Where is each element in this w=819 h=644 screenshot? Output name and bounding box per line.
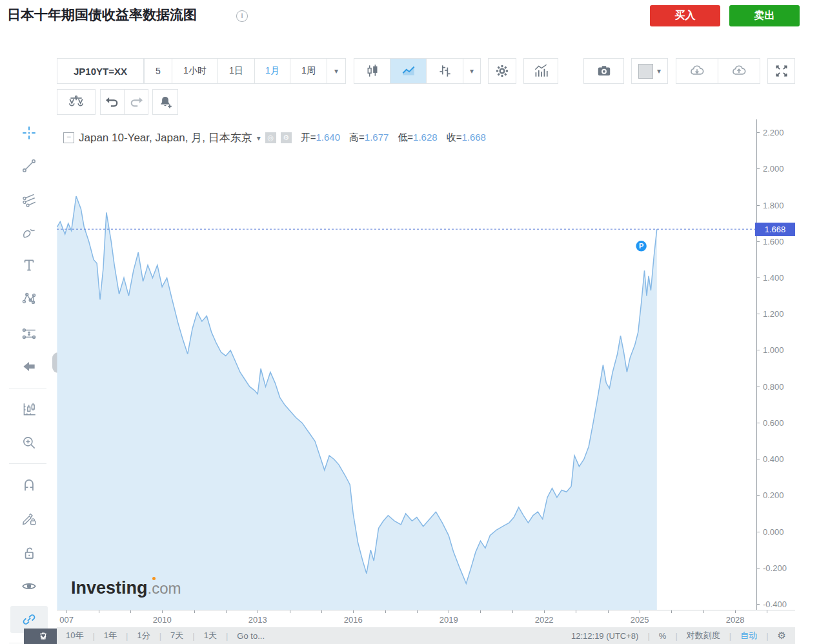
bottom-bar: 10年|1年|1分|7天|1天|Go to...12:12:19 (UTC+8)… [57, 627, 795, 644]
range-button-1年[interactable]: 1年 [95, 630, 126, 641]
current-price-badge: 1.668 [755, 223, 795, 236]
interval-button-1周[interactable]: 1周 [290, 58, 327, 84]
candlestick-chart-button[interactable] [354, 58, 390, 84]
time-label: 2022 [535, 615, 554, 625]
chart-plot-area[interactable]: P [57, 119, 756, 610]
save-template-button[interactable] [718, 58, 760, 84]
price-tick: 2.000 [757, 165, 784, 174]
back-arrow-icon [21, 358, 37, 375]
chart-legend: − Japan 10-Year, Japan, 月, 日本东京 ▾ ◎ ⚙ 开=… [63, 130, 486, 145]
legend-caret-icon[interactable]: ▾ [257, 134, 261, 143]
add-alert-button[interactable] [152, 89, 178, 115]
load-template-button[interactable] [676, 58, 718, 84]
tool-fib-lines-button[interactable] [10, 186, 48, 214]
tool-measure-button[interactable] [10, 396, 48, 423]
interval-button-5[interactable]: 5 [144, 58, 172, 84]
time-axis[interactable]: 0072010201320162019202220252028 [57, 610, 795, 628]
sell-button[interactable]: 卖出 [729, 5, 800, 26]
time-label: 2019 [440, 615, 458, 625]
chart-type-group: ▾ [354, 58, 481, 84]
indicators-button[interactable] [523, 58, 558, 84]
tool-xabcd-pattern-button[interactable] [10, 285, 48, 312]
time-tick [449, 610, 449, 613]
tool-brush-button[interactable] [10, 219, 48, 247]
tool-text-button[interactable] [10, 252, 48, 279]
time-tick [417, 610, 418, 613]
series-visibility-icon[interactable]: ◎ [265, 132, 276, 143]
fib-lines-icon [21, 192, 37, 208]
scale-option-对数刻度[interactable]: 对数刻度 [678, 630, 729, 641]
area-chart-button[interactable] [390, 58, 427, 84]
cloud-upload-icon [731, 63, 747, 79]
high-value: 高=1.677 [349, 132, 389, 144]
range-button-7天[interactable]: 7天 [161, 630, 192, 641]
axis-settings-gear-icon[interactable]: ⚙ [769, 630, 795, 641]
symbol-box[interactable]: JP10YT=XX [57, 58, 144, 84]
tool-unlock-button[interactable] [10, 539, 48, 567]
time-tick [385, 610, 386, 613]
price-tick: 1.400 [757, 274, 784, 283]
legend-collapse-icon[interactable]: − [63, 132, 74, 143]
indicators-icon [532, 63, 549, 79]
range-button-1天[interactable]: 1天 [195, 630, 226, 641]
series-title[interactable]: Japan 10-Year, Japan, 月, 日本东京 [79, 130, 252, 145]
tool-magnet-button[interactable] [10, 472, 48, 499]
buy-button[interactable]: 买入 [650, 5, 720, 26]
time-tick [480, 610, 481, 613]
drawing-toolbar [0, 57, 57, 644]
link-icon [21, 611, 37, 628]
interval-dropdown-caret-icon[interactable]: ▾ [327, 58, 346, 84]
tool-projection-button[interactable] [10, 320, 48, 347]
price-tick: 0.600 [757, 418, 784, 427]
tool-back-arrow-button[interactable] [10, 353, 48, 380]
interval-group: JP10YT=XX 51小时1日1月1周 ▾ [57, 58, 346, 84]
time-label: 2016 [344, 615, 363, 625]
redo-button[interactable] [124, 89, 148, 115]
screenshot-button[interactable] [583, 58, 624, 84]
text-icon [21, 257, 37, 274]
fullscreen-button[interactable] [767, 58, 795, 84]
undo-button[interactable] [100, 89, 125, 115]
compare-scales-icon [68, 94, 85, 110]
time-label: 2010 [153, 615, 172, 625]
price-tick: 1.200 [757, 310, 784, 319]
time-tick [99, 610, 99, 613]
series-settings-icon[interactable]: ⚙ [281, 132, 292, 143]
unlock-icon [21, 545, 37, 561]
tool-crosshair-button[interactable] [10, 119, 48, 146]
color-caret-icon: ▾ [657, 66, 661, 75]
range-button-Go to...[interactable]: Go to... [228, 631, 274, 641]
tool-trendline-button[interactable] [10, 152, 48, 179]
price-tick: -0.200 [757, 563, 787, 572]
price-tick: 0.000 [757, 527, 784, 536]
interval-button-1月[interactable]: 1月 [254, 58, 290, 84]
interval-button-1日[interactable]: 1日 [217, 58, 255, 84]
time-tick [162, 610, 163, 613]
magnet-icon [21, 477, 37, 494]
area-fill [57, 196, 656, 610]
tool-eye-button[interactable] [10, 572, 48, 599]
range-button-10年[interactable]: 10年 [57, 630, 92, 641]
tool-zoom-in-button[interactable] [10, 429, 48, 456]
range-button-1分[interactable]: 1分 [128, 630, 159, 641]
brush-icon [21, 225, 37, 241]
interval-button-1小时[interactable]: 1小时 [172, 58, 218, 84]
tool-drawing-lock-button[interactable] [10, 505, 48, 532]
price-axis[interactable]: 2.2002.0001.8001.6001.4001.2001.0000.800… [756, 119, 796, 610]
background-color-button[interactable]: ▾ [631, 58, 668, 84]
time-tick [258, 610, 258, 613]
undo-redo-group [100, 89, 148, 115]
ohlc-bars-button[interactable] [426, 58, 463, 84]
compare-button[interactable] [57, 89, 96, 115]
info-icon[interactable]: i [236, 10, 248, 22]
sidebar-divider [9, 388, 46, 388]
scale-option-%[interactable]: % [650, 631, 676, 641]
projection-icon [21, 325, 37, 342]
settings-button[interactable] [488, 58, 516, 84]
chart-type-caret-icon[interactable]: ▾ [463, 58, 481, 84]
redo-icon [128, 94, 145, 110]
scale-option-自动[interactable]: 自动 [731, 630, 766, 641]
time-tick [735, 610, 736, 613]
price-tick: 0.800 [757, 382, 784, 391]
interval-buttons: 51小时1日1月1周 [144, 58, 327, 84]
